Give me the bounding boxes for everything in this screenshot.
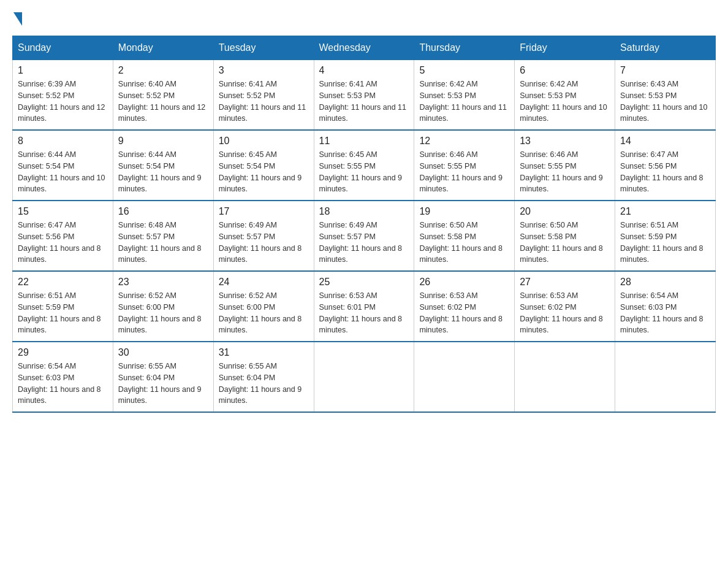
calendar-day-cell: 23 Sunrise: 6:52 AM Sunset: 6:00 PM Dayl… — [113, 271, 213, 342]
day-number: 5 — [419, 65, 509, 76]
calendar-day-cell — [314, 342, 414, 412]
calendar-day-cell: 26 Sunrise: 6:53 AM Sunset: 6:02 PM Dayl… — [414, 271, 515, 342]
calendar-day-header: Saturday — [615, 36, 716, 60]
day-number: 9 — [118, 136, 208, 147]
day-info: Sunrise: 6:47 AM Sunset: 5:56 PM Dayligh… — [18, 220, 108, 266]
calendar-week-row: 22 Sunrise: 6:51 AM Sunset: 5:59 PM Dayl… — [13, 271, 716, 342]
calendar-day-cell: 6 Sunrise: 6:42 AM Sunset: 5:53 PM Dayli… — [515, 60, 615, 131]
day-info: Sunrise: 6:50 AM Sunset: 5:58 PM Dayligh… — [520, 220, 610, 266]
calendar-day-cell: 20 Sunrise: 6:50 AM Sunset: 5:58 PM Dayl… — [515, 201, 615, 271]
day-number: 12 — [419, 136, 509, 147]
calendar-day-cell: 21 Sunrise: 6:51 AM Sunset: 5:59 PM Dayl… — [615, 201, 716, 271]
day-info: Sunrise: 6:45 AM Sunset: 5:55 PM Dayligh… — [319, 149, 409, 195]
calendar-day-cell: 15 Sunrise: 6:47 AM Sunset: 5:56 PM Dayl… — [13, 201, 113, 271]
calendar-day-cell: 16 Sunrise: 6:48 AM Sunset: 5:57 PM Dayl… — [113, 201, 213, 271]
calendar-day-cell: 9 Sunrise: 6:44 AM Sunset: 5:54 PM Dayli… — [113, 130, 213, 201]
day-info: Sunrise: 6:54 AM Sunset: 6:03 PM Dayligh… — [620, 290, 710, 336]
day-info: Sunrise: 6:53 AM Sunset: 6:01 PM Dayligh… — [319, 290, 409, 336]
day-info: Sunrise: 6:40 AM Sunset: 5:52 PM Dayligh… — [118, 79, 208, 124]
calendar-day-cell: 4 Sunrise: 6:41 AM Sunset: 5:53 PM Dayli… — [314, 60, 414, 131]
day-info: Sunrise: 6:52 AM Sunset: 6:00 PM Dayligh… — [118, 290, 208, 336]
day-info: Sunrise: 6:42 AM Sunset: 5:53 PM Dayligh… — [520, 79, 610, 124]
day-number: 18 — [319, 206, 409, 217]
calendar-day-header: Thursday — [414, 36, 515, 60]
day-info: Sunrise: 6:44 AM Sunset: 5:54 PM Dayligh… — [18, 149, 108, 195]
day-info: Sunrise: 6:54 AM Sunset: 6:03 PM Dayligh… — [18, 361, 108, 407]
logo-triangle-icon — [13, 12, 22, 26]
day-number: 19 — [419, 206, 509, 217]
day-number: 11 — [319, 136, 409, 147]
day-number: 4 — [319, 65, 409, 76]
calendar-week-row: 29 Sunrise: 6:54 AM Sunset: 6:03 PM Dayl… — [13, 342, 716, 412]
calendar-header-row: SundayMondayTuesdayWednesdayThursdayFrid… — [13, 36, 716, 60]
calendar-week-row: 8 Sunrise: 6:44 AM Sunset: 5:54 PM Dayli… — [13, 130, 716, 201]
day-info: Sunrise: 6:41 AM Sunset: 5:52 PM Dayligh… — [219, 79, 309, 124]
calendar-day-cell: 1 Sunrise: 6:39 AM Sunset: 5:52 PM Dayli… — [13, 60, 113, 131]
calendar-day-cell: 8 Sunrise: 6:44 AM Sunset: 5:54 PM Dayli… — [13, 130, 113, 201]
day-info: Sunrise: 6:45 AM Sunset: 5:54 PM Dayligh… — [219, 149, 309, 195]
calendar-day-cell: 2 Sunrise: 6:40 AM Sunset: 5:52 PM Dayli… — [113, 60, 213, 131]
day-number: 13 — [520, 136, 610, 147]
day-number: 10 — [219, 136, 309, 147]
day-number: 2 — [118, 65, 208, 76]
day-number: 20 — [520, 206, 610, 217]
day-number: 30 — [118, 347, 208, 358]
calendar-day-cell: 28 Sunrise: 6:54 AM Sunset: 6:03 PM Dayl… — [615, 271, 716, 342]
day-info: Sunrise: 6:55 AM Sunset: 6:04 PM Dayligh… — [219, 361, 309, 407]
calendar-day-cell: 10 Sunrise: 6:45 AM Sunset: 5:54 PM Dayl… — [213, 130, 314, 201]
calendar-day-cell: 7 Sunrise: 6:43 AM Sunset: 5:53 PM Dayli… — [615, 60, 716, 131]
logo-text — [12, 12, 23, 26]
day-info: Sunrise: 6:42 AM Sunset: 5:53 PM Dayligh… — [419, 79, 509, 124]
day-number: 1 — [18, 65, 108, 76]
day-number: 23 — [118, 277, 208, 288]
day-number: 27 — [520, 277, 610, 288]
calendar-day-cell: 24 Sunrise: 6:52 AM Sunset: 6:00 PM Dayl… — [213, 271, 314, 342]
day-info: Sunrise: 6:47 AM Sunset: 5:56 PM Dayligh… — [620, 149, 710, 195]
day-number: 14 — [620, 136, 710, 147]
day-number: 28 — [620, 277, 710, 288]
day-number: 29 — [18, 347, 108, 358]
day-number: 6 — [520, 65, 610, 76]
day-number: 22 — [18, 277, 108, 288]
day-info: Sunrise: 6:48 AM Sunset: 5:57 PM Dayligh… — [118, 220, 208, 266]
calendar-day-cell: 17 Sunrise: 6:49 AM Sunset: 5:57 PM Dayl… — [213, 201, 314, 271]
page-header — [12, 12, 716, 23]
day-info: Sunrise: 6:49 AM Sunset: 5:57 PM Dayligh… — [319, 220, 409, 266]
logo — [12, 12, 23, 23]
calendar-day-header: Monday — [113, 36, 213, 60]
day-number: 16 — [118, 206, 208, 217]
calendar-day-cell: 5 Sunrise: 6:42 AM Sunset: 5:53 PM Dayli… — [414, 60, 515, 131]
day-number: 8 — [18, 136, 108, 147]
day-info: Sunrise: 6:52 AM Sunset: 6:00 PM Dayligh… — [219, 290, 309, 336]
calendar-week-row: 15 Sunrise: 6:47 AM Sunset: 5:56 PM Dayl… — [13, 201, 716, 271]
day-number: 24 — [219, 277, 309, 288]
day-info: Sunrise: 6:46 AM Sunset: 5:55 PM Dayligh… — [520, 149, 610, 195]
calendar-day-cell: 11 Sunrise: 6:45 AM Sunset: 5:55 PM Dayl… — [314, 130, 414, 201]
calendar-day-cell: 30 Sunrise: 6:55 AM Sunset: 6:04 PM Dayl… — [113, 342, 213, 412]
calendar-day-cell: 19 Sunrise: 6:50 AM Sunset: 5:58 PM Dayl… — [414, 201, 515, 271]
calendar-day-cell — [615, 342, 716, 412]
day-number: 26 — [419, 277, 509, 288]
day-number: 17 — [219, 206, 309, 217]
day-info: Sunrise: 6:53 AM Sunset: 6:02 PM Dayligh… — [520, 290, 610, 336]
calendar-day-cell: 29 Sunrise: 6:54 AM Sunset: 6:03 PM Dayl… — [13, 342, 113, 412]
day-info: Sunrise: 6:51 AM Sunset: 5:59 PM Dayligh… — [18, 290, 108, 336]
calendar-day-cell: 25 Sunrise: 6:53 AM Sunset: 6:01 PM Dayl… — [314, 271, 414, 342]
calendar-day-header: Sunday — [13, 36, 113, 60]
day-info: Sunrise: 6:50 AM Sunset: 5:58 PM Dayligh… — [419, 220, 509, 266]
calendar-table: SundayMondayTuesdayWednesdayThursdayFrid… — [12, 36, 716, 413]
calendar-day-cell: 14 Sunrise: 6:47 AM Sunset: 5:56 PM Dayl… — [615, 130, 716, 201]
day-number: 31 — [219, 347, 309, 358]
day-info: Sunrise: 6:43 AM Sunset: 5:53 PM Dayligh… — [620, 79, 710, 124]
calendar-day-cell: 13 Sunrise: 6:46 AM Sunset: 5:55 PM Dayl… — [515, 130, 615, 201]
day-info: Sunrise: 6:55 AM Sunset: 6:04 PM Dayligh… — [118, 361, 208, 407]
calendar-week-row: 1 Sunrise: 6:39 AM Sunset: 5:52 PM Dayli… — [13, 60, 716, 131]
day-number: 15 — [18, 206, 108, 217]
day-info: Sunrise: 6:44 AM Sunset: 5:54 PM Dayligh… — [118, 149, 208, 195]
calendar-day-header: Wednesday — [314, 36, 414, 60]
day-info: Sunrise: 6:39 AM Sunset: 5:52 PM Dayligh… — [18, 79, 108, 124]
day-info: Sunrise: 6:46 AM Sunset: 5:55 PM Dayligh… — [419, 149, 509, 195]
calendar-day-cell: 12 Sunrise: 6:46 AM Sunset: 5:55 PM Dayl… — [414, 130, 515, 201]
day-number: 3 — [219, 65, 309, 76]
day-info: Sunrise: 6:49 AM Sunset: 5:57 PM Dayligh… — [219, 220, 309, 266]
